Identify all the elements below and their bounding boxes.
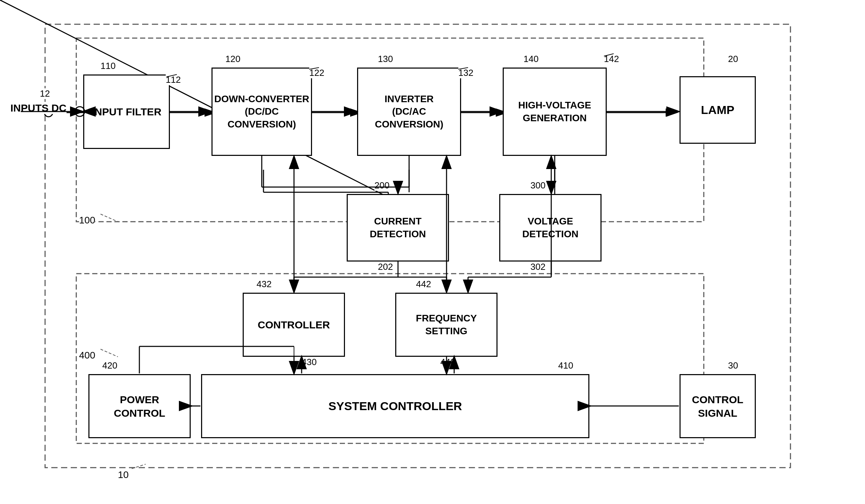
ref-20: 20 [728,54,738,64]
inputs-dc-label: INPUTS DC [10,102,67,114]
control-signal-block: CONTROLSIGNAL [680,374,756,438]
power-control-label: POWERCONTROL [114,393,165,420]
controller-label: CONTROLLER [258,318,330,331]
ref-420: 420 [102,360,117,371]
ref-202: 202 [378,262,393,272]
svg-line-58 [101,214,118,222]
ref-440: 440 [440,357,455,368]
ref-12: 12 [40,88,50,99]
ref-442: 442 [416,279,431,290]
ref-132: 132 [458,68,473,78]
svg-line-59 [101,349,118,357]
current-detection-block: CURRENTDETECTION [347,194,449,262]
current-detection-label: CURRENTDETECTION [370,215,426,240]
ref-400: 400 [79,350,95,361]
ref-100: 100 [79,215,95,226]
ref-120: 120 [225,54,240,64]
high-voltage-label: HIGH-VOLTAGEGENERATION [518,99,591,124]
lamp-label: LAMP [701,102,734,117]
system-controller-block: SYSTEM CONTROLLER [201,374,589,438]
ref-10: 10 [118,469,129,480]
lamp-block: LAMP [680,76,756,144]
input-filter-label: INPUT FILTER [92,105,161,118]
ref-410: 410 [558,360,573,371]
down-converter-label: DOWN-CONVERTER(DC/DCCONVERSION) [214,93,309,131]
ref-430: 430 [302,357,317,368]
power-control-block: POWERCONTROL [88,374,191,438]
voltage-detection-block: VOLTAGEDETECTION [499,194,602,262]
ref-130: 130 [378,54,393,64]
inverter-block: INVERTER(DC/ACCONVERSION) [357,68,461,156]
ref-112: 112 [166,74,181,85]
ref-300: 300 [530,180,545,191]
frequency-setting-block: FREQUENCYSETTING [395,293,498,357]
voltage-detection-label: VOLTAGEDETECTION [522,215,579,240]
ref-140: 140 [524,54,538,64]
control-signal-label: CONTROLSIGNAL [692,393,743,420]
controller-block: CONTROLLER [243,293,345,357]
input-filter-block: INPUT FILTER [83,74,170,149]
ref-302: 302 [530,262,545,272]
inverter-label: INVERTER(DC/ACCONVERSION) [375,93,443,131]
ref-142: 142 [604,54,619,64]
ref-432: 432 [257,279,271,290]
ref-110: 110 [101,61,115,71]
system-controller-label: SYSTEM CONTROLLER [328,398,462,414]
frequency-setting-label: FREQUENCYSETTING [416,312,477,337]
ref-122: 122 [309,68,324,78]
down-converter-block: DOWN-CONVERTER(DC/DCCONVERSION) [211,68,312,156]
svg-line-60 [132,464,146,469]
high-voltage-block: HIGH-VOLTAGEGENERATION [503,68,607,156]
diagram: INPUTS DC 12 INPUT FILTER 110 112 DOWN-C… [0,0,865,504]
ref-30: 30 [728,360,738,371]
ref-200: 200 [374,180,389,191]
